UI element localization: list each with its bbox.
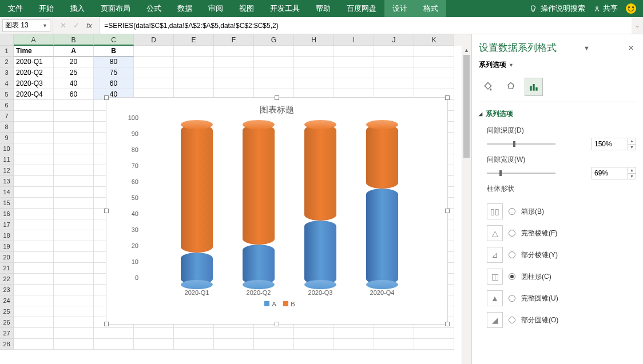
- cell[interactable]: [414, 339, 454, 350]
- row-header[interactable]: 20: [0, 252, 14, 263]
- cell[interactable]: [14, 187, 54, 198]
- spin-up-icon[interactable]: ▲: [628, 138, 636, 145]
- cell[interactable]: [14, 143, 54, 154]
- cell[interactable]: [14, 111, 54, 122]
- cell[interactable]: [14, 339, 54, 350]
- row-header[interactable]: 22: [0, 274, 14, 285]
- section-series-options[interactable]: 系列选项: [479, 107, 636, 123]
- ribbon-tab-百度网盘[interactable]: 百度网盘: [339, 0, 384, 17]
- col-header[interactable]: A: [14, 34, 54, 46]
- cell[interactable]: [374, 328, 414, 339]
- ribbon-tab-页面布局[interactable]: 页面布局: [93, 0, 138, 17]
- cell[interactable]: A: [54, 46, 94, 57]
- cell[interactable]: [334, 78, 374, 89]
- cell[interactable]: 25: [54, 67, 94, 78]
- cell[interactable]: [54, 274, 94, 285]
- chart-title[interactable]: 图表标题: [106, 98, 447, 119]
- row-header[interactable]: 6: [0, 100, 14, 111]
- gap-width-slider[interactable]: [487, 169, 555, 178]
- cell[interactable]: [14, 219, 54, 230]
- cell[interactable]: [54, 328, 94, 339]
- cell[interactable]: [254, 46, 294, 57]
- col-header[interactable]: K: [414, 34, 454, 46]
- radio[interactable]: [509, 208, 515, 215]
- cell[interactable]: [54, 198, 94, 209]
- cell[interactable]: [174, 46, 214, 57]
- cell[interactable]: 40: [54, 78, 94, 89]
- cell[interactable]: [94, 328, 134, 339]
- shape-option[interactable]: ⊿部分棱锥(Y): [487, 244, 636, 266]
- cell[interactable]: [294, 67, 334, 78]
- cell[interactable]: [334, 46, 374, 57]
- name-box-dropdown-icon[interactable]: ▼: [42, 23, 47, 29]
- ribbon-tab-插入[interactable]: 插入: [62, 0, 93, 17]
- row-header[interactable]: 27: [0, 328, 14, 339]
- cell[interactable]: [14, 209, 54, 219]
- cell[interactable]: [54, 165, 94, 176]
- cell[interactable]: [214, 46, 254, 57]
- cell[interactable]: [174, 339, 214, 350]
- ribbon-tab-格式[interactable]: 格式: [415, 0, 446, 17]
- cell[interactable]: [14, 263, 54, 274]
- cell[interactable]: [374, 46, 414, 57]
- shape-option[interactable]: △完整棱锥(F): [487, 222, 636, 244]
- cell[interactable]: [54, 154, 94, 165]
- row-header[interactable]: 21: [0, 263, 14, 274]
- col-header[interactable]: D: [134, 34, 174, 46]
- cell[interactable]: [334, 328, 374, 339]
- cell[interactable]: [54, 133, 94, 143]
- ribbon-tab-审阅[interactable]: 审阅: [200, 0, 231, 17]
- row-header[interactable]: 10: [0, 143, 14, 154]
- cell[interactable]: [54, 209, 94, 219]
- cell[interactable]: [374, 67, 414, 78]
- share-button[interactable]: 共享: [593, 3, 618, 14]
- row-header[interactable]: 11: [0, 154, 14, 165]
- cell[interactable]: [134, 57, 174, 67]
- col-header[interactable]: H: [294, 34, 334, 46]
- panel-subtitle[interactable]: 系列选项▼: [479, 59, 636, 74]
- row-header[interactable]: 24: [0, 295, 14, 306]
- cell[interactable]: [414, 67, 454, 78]
- gap-width-input[interactable]: 69% ▲▼: [592, 167, 636, 179]
- cell[interactable]: 20: [54, 57, 94, 67]
- cell[interactable]: Time: [14, 46, 54, 57]
- effects-icon[interactable]: [502, 78, 520, 96]
- cell[interactable]: [334, 339, 374, 350]
- row-header[interactable]: 18: [0, 230, 14, 241]
- cell[interactable]: 60: [94, 78, 134, 89]
- shape-option[interactable]: ▯▯箱形(B): [487, 201, 636, 222]
- cell[interactable]: [374, 78, 414, 89]
- gap-depth-slider[interactable]: [487, 139, 555, 149]
- cell[interactable]: [174, 78, 214, 89]
- cancel-icon[interactable]: ✕: [60, 21, 66, 30]
- radio[interactable]: [509, 230, 515, 237]
- cell[interactable]: [54, 295, 94, 306]
- cell[interactable]: [134, 67, 174, 78]
- ribbon-tab-公式[interactable]: 公式: [138, 0, 169, 17]
- cell[interactable]: [54, 143, 94, 154]
- cell[interactable]: 2020-Q4: [14, 89, 54, 100]
- cell[interactable]: [54, 306, 94, 317]
- cell[interactable]: [214, 67, 254, 78]
- spin-up-icon[interactable]: ▲: [628, 167, 636, 174]
- radio[interactable]: [509, 251, 515, 258]
- col-header[interactable]: G: [254, 34, 294, 46]
- cell[interactable]: 2020-Q3: [14, 78, 54, 89]
- cell[interactable]: [254, 57, 294, 67]
- chart-handle[interactable]: [275, 322, 279, 326]
- smiley-icon[interactable]: [626, 3, 636, 14]
- cell[interactable]: [14, 241, 54, 252]
- cell[interactable]: [294, 46, 334, 57]
- row-header[interactable]: 15: [0, 198, 14, 209]
- row-header[interactable]: 12: [0, 165, 14, 176]
- cell[interactable]: [14, 252, 54, 263]
- cell[interactable]: [254, 67, 294, 78]
- chart-handle[interactable]: [445, 322, 450, 326]
- row-header[interactable]: 3: [0, 67, 14, 78]
- formula-expand-icon[interactable]: ⌄: [632, 22, 643, 29]
- cell[interactable]: [54, 285, 94, 295]
- cell[interactable]: [214, 339, 254, 350]
- row-header[interactable]: 26: [0, 317, 14, 328]
- cell[interactable]: 80: [94, 57, 134, 67]
- cell[interactable]: [134, 46, 174, 57]
